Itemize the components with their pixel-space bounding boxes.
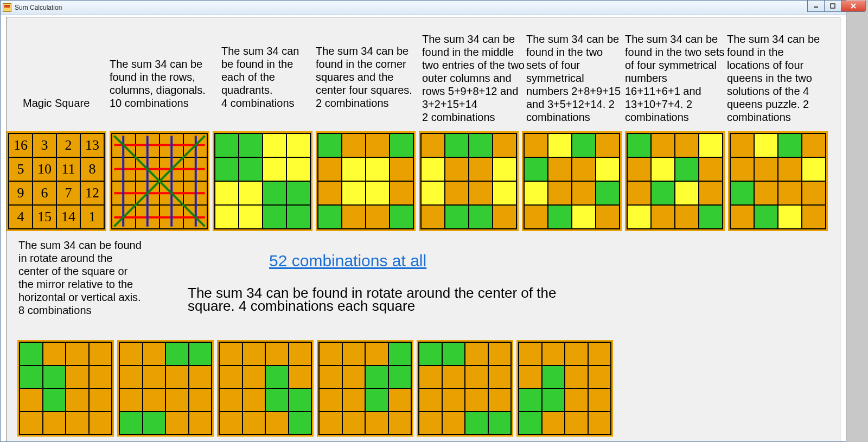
pattern-cell <box>89 366 112 389</box>
pattern-cell <box>318 181 342 205</box>
pattern-cell <box>588 342 611 366</box>
pattern-cell <box>488 342 512 366</box>
pattern-cell <box>754 205 778 229</box>
close-button[interactable] <box>841 1 866 12</box>
link-52-combinations[interactable]: 52 combinations at all <box>269 252 426 270</box>
pattern-cell <box>43 412 66 435</box>
magic-cell: 7 <box>56 181 80 205</box>
pattern-cell <box>588 366 611 389</box>
pattern-cell <box>265 388 289 412</box>
pattern-cell <box>465 388 488 412</box>
pattern-cell <box>730 157 754 181</box>
pattern-cell <box>442 342 465 366</box>
pattern-cell <box>89 412 112 435</box>
pattern-cell <box>66 342 89 366</box>
pattern-cell <box>365 412 388 435</box>
label-c6: The sum 34 can be found in the two sets … <box>526 33 624 124</box>
pattern-cell <box>675 181 699 205</box>
magic-cell: 1 <box>80 205 104 229</box>
minimize-button[interactable] <box>807 1 825 12</box>
pattern-cell <box>627 133 651 157</box>
magic-cell: 10 <box>33 157 56 181</box>
label-magic-square: Magic Square <box>23 97 110 110</box>
pattern-cell <box>675 205 699 229</box>
pattern-cell <box>572 181 596 205</box>
pattern-cell <box>342 388 366 412</box>
pattern-cell <box>219 412 242 435</box>
label-c3: The sum 34 can be found in the each of t… <box>221 44 314 110</box>
pattern-cell <box>20 388 43 412</box>
magic-cell: 15 <box>33 205 56 229</box>
pattern-cell <box>189 366 212 389</box>
pattern-cell <box>342 157 366 181</box>
pattern-cell <box>366 133 390 157</box>
label-rotate-mirror: The sum 34 can be found in rotate around… <box>18 239 143 317</box>
pattern-cell <box>419 412 442 435</box>
pattern-cell <box>215 157 239 181</box>
pattern-cell <box>542 388 565 412</box>
pattern-cell <box>542 366 565 389</box>
pattern-cell <box>469 181 493 205</box>
pattern-cell <box>319 366 342 389</box>
grid-sym2 <box>625 131 725 231</box>
pattern-cell <box>366 205 390 229</box>
pattern-cell <box>675 157 699 181</box>
pattern-cell <box>239 157 263 181</box>
pattern-cell <box>388 366 412 389</box>
pattern-cell <box>119 342 143 366</box>
pattern-cell <box>445 157 469 181</box>
svg-rect-1 <box>831 4 835 8</box>
grid-quadrants <box>213 131 312 231</box>
pattern-cell <box>548 181 572 205</box>
grid-sym1 <box>522 131 622 231</box>
app-window: Sum Calculation Magic Square The sum 34 … <box>0 0 846 442</box>
magic-cell: 12 <box>80 181 104 205</box>
title-bar[interactable]: Sum Calculation <box>1 1 846 15</box>
pattern-cell <box>215 181 239 205</box>
pattern-cell <box>488 412 512 435</box>
pattern-cell <box>778 157 802 181</box>
pattern-cell <box>143 366 166 389</box>
pattern-cell <box>388 412 412 435</box>
pattern-cell <box>390 157 413 181</box>
pattern-cell <box>548 157 572 181</box>
grid-corners-center <box>316 131 416 231</box>
pattern-cell <box>421 133 445 157</box>
pattern-cell <box>651 181 675 205</box>
pattern-cell <box>265 366 289 389</box>
pattern-cell <box>802 181 826 205</box>
pattern-cell <box>588 388 611 412</box>
pattern-cell <box>465 366 488 389</box>
maximize-button[interactable] <box>824 1 841 12</box>
pattern-cell <box>66 412 89 435</box>
pattern-cell <box>365 388 388 412</box>
pattern-cell <box>699 205 723 229</box>
pattern-cell <box>289 412 312 435</box>
pattern-cell <box>651 205 675 229</box>
pattern-cell <box>542 342 565 366</box>
pattern-cell <box>419 366 442 389</box>
pattern-cell <box>596 157 620 181</box>
pattern-cell <box>524 133 548 157</box>
magic-cell: 14 <box>56 205 80 229</box>
pattern-cell <box>419 342 442 366</box>
pattern-cell <box>119 412 143 435</box>
pattern-cell <box>588 412 611 435</box>
magic-cell: 13 <box>80 133 104 157</box>
pattern-cell <box>675 133 699 157</box>
pattern-cell <box>469 157 493 181</box>
pattern-cell <box>524 157 548 181</box>
pattern-cell <box>519 342 542 366</box>
pattern-cell <box>565 388 588 412</box>
grid-rot-2 <box>117 340 214 437</box>
pattern-cell <box>565 366 588 389</box>
pattern-cell <box>165 342 189 366</box>
pattern-cell <box>442 366 465 389</box>
pattern-cell <box>265 342 289 366</box>
pattern-cell <box>778 205 802 229</box>
pattern-cell <box>319 412 342 435</box>
magic-cell: 11 <box>56 157 80 181</box>
pattern-cell <box>66 366 89 389</box>
pattern-cell <box>342 181 366 205</box>
pattern-cell <box>627 181 651 205</box>
